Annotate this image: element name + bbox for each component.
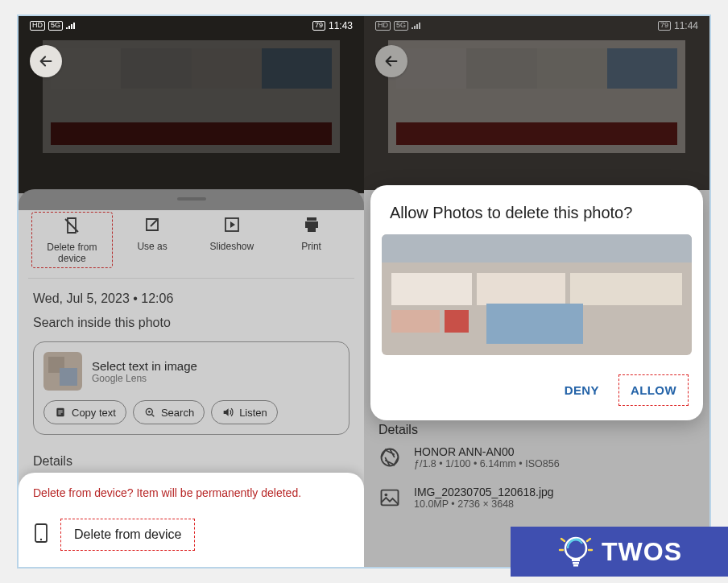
chip-label: Listen	[239, 407, 267, 419]
delete-confirm-sheet: Delete from device? Item will be permane…	[19, 473, 364, 567]
use-as-action[interactable]: Use as	[113, 212, 192, 268]
action-label: Use as	[137, 241, 167, 252]
signal-icon	[66, 21, 76, 31]
action-label: Print	[301, 241, 321, 252]
search-chip[interactable]: Search	[133, 400, 205, 424]
svg-rect-10	[572, 559, 580, 561]
screenshot-frame: HD 5G 79 11:43 Delete from dev	[17, 14, 711, 569]
svg-rect-12	[573, 564, 578, 567]
back-button[interactable]	[30, 45, 62, 77]
brand-text: TWOS	[602, 537, 682, 567]
slideshow-action[interactable]: Slideshow	[192, 212, 272, 268]
details-heading: Details	[19, 448, 364, 469]
action-label: Delete from device	[35, 242, 109, 264]
permission-dialog: Allow Photos to delete this photo? DENY …	[370, 185, 703, 420]
svg-point-5	[40, 539, 42, 540]
open-external-icon	[143, 215, 162, 234]
speaker-icon	[221, 406, 234, 419]
print-action[interactable]: Print	[271, 212, 351, 268]
search-inside-heading: Search inside this photo	[19, 312, 364, 338]
print-icon	[302, 215, 321, 234]
phone-icon	[33, 523, 49, 546]
dialog-preview-image	[382, 234, 692, 355]
deny-button[interactable]: DENY	[553, 375, 610, 405]
document-icon	[54, 406, 67, 419]
dim-overlay	[19, 16, 364, 210]
twos-watermark: TWOS	[511, 527, 728, 577]
lightbulb-icon	[556, 532, 595, 571]
battery-icon: 79	[312, 21, 325, 31]
listen-chip[interactable]: Listen	[211, 400, 278, 424]
chip-label: Search	[161, 407, 194, 419]
google-lens-card[interactable]: Select text in image Google Lens Copy te…	[33, 341, 350, 435]
hd-indicator: HD	[30, 21, 45, 31]
device-x-icon	[62, 216, 81, 235]
phone-left: HD 5G 79 11:43 Delete from dev	[19, 16, 364, 567]
svg-point-3	[148, 411, 151, 413]
dialog-title: Allow Photos to delete this photo?	[370, 185, 703, 234]
chip-label: Copy text	[72, 407, 116, 419]
network-indicator: 5G	[48, 21, 63, 31]
svg-rect-11	[573, 562, 579, 564]
actions-row: Delete from device Use as Slideshow	[28, 205, 354, 279]
delete-from-device-button[interactable]: Delete from device	[60, 519, 195, 551]
lens-thumbnail	[43, 352, 82, 391]
lens-search-icon	[143, 406, 156, 419]
phone-right: HD 5G 79 11:44 Delete from device We Se	[364, 16, 709, 567]
photo-date: Wed, Jul 5, 2023 • 12:06	[19, 279, 364, 312]
delete-message: Delete from device? Item will be permane…	[33, 486, 350, 501]
delete-from-device-action[interactable]: Delete from device	[31, 212, 113, 268]
copy-text-chip[interactable]: Copy text	[43, 400, 126, 424]
lens-subtitle: Google Lens	[92, 373, 197, 384]
status-bar: HD 5G 79 11:43	[19, 16, 364, 35]
clock: 11:43	[329, 20, 353, 31]
play-box-icon	[222, 215, 242, 234]
allow-button[interactable]: ALLOW	[618, 374, 689, 406]
action-label: Slideshow	[210, 241, 254, 252]
lens-title: Select text in image	[92, 359, 197, 373]
